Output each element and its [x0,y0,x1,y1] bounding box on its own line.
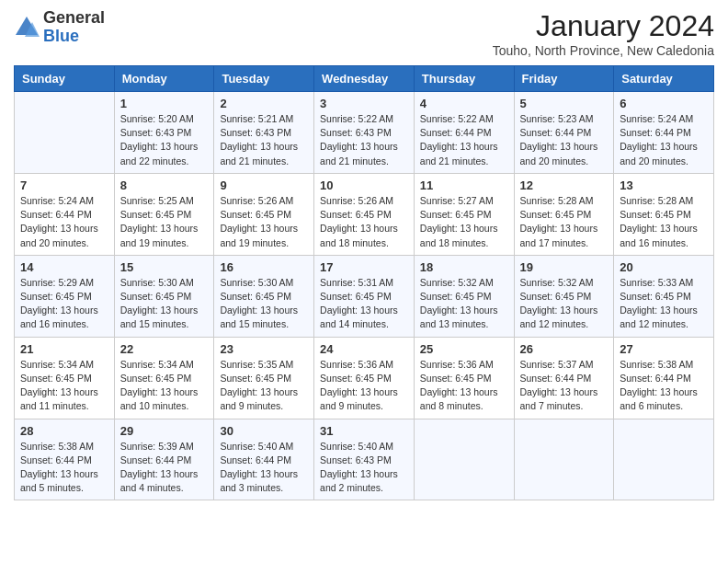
calendar-cell: 21Sunrise: 5:34 AM Sunset: 6:45 PM Dayli… [15,337,115,419]
day-number: 30 [220,424,308,438]
day-info: Sunrise: 5:40 AM Sunset: 6:44 PM Dayligh… [220,440,308,496]
day-info: Sunrise: 5:31 AM Sunset: 6:45 PM Dayligh… [320,276,408,332]
day-info: Sunrise: 5:23 AM Sunset: 6:44 PM Dayligh… [520,112,609,168]
day-number: 12 [520,178,609,192]
calendar-cell: 16Sunrise: 5:30 AM Sunset: 6:45 PM Dayli… [214,255,314,337]
calendar-cell: 22Sunrise: 5:34 AM Sunset: 6:45 PM Dayli… [114,337,214,419]
day-info: Sunrise: 5:33 AM Sunset: 6:45 PM Dayligh… [620,276,708,332]
calendar-cell: 26Sunrise: 5:37 AM Sunset: 6:44 PM Dayli… [514,337,614,419]
calendar-cell: 17Sunrise: 5:31 AM Sunset: 6:45 PM Dayli… [314,255,415,337]
calendar-cell [414,419,514,500]
calendar-week-row: 7Sunrise: 5:24 AM Sunset: 6:44 PM Daylig… [15,173,714,255]
day-info: Sunrise: 5:34 AM Sunset: 6:45 PM Dayligh… [120,358,209,414]
calendar-cell: 18Sunrise: 5:32 AM Sunset: 6:45 PM Dayli… [414,255,514,337]
day-info: Sunrise: 5:22 AM Sunset: 6:43 PM Dayligh… [320,112,408,168]
day-number: 29 [120,424,209,438]
day-number: 6 [620,97,708,110]
day-info: Sunrise: 5:34 AM Sunset: 6:45 PM Dayligh… [20,358,108,414]
logo-text: General Blue [43,9,105,46]
day-info: Sunrise: 5:30 AM Sunset: 6:45 PM Dayligh… [120,276,209,332]
day-info: Sunrise: 5:36 AM Sunset: 6:45 PM Dayligh… [420,358,508,414]
day-number: 16 [220,260,308,274]
month-title: January 2024 [493,9,714,43]
day-info: Sunrise: 5:35 AM Sunset: 6:45 PM Dayligh… [220,358,308,414]
logo: General Blue [14,9,105,46]
day-info: Sunrise: 5:38 AM Sunset: 6:44 PM Dayligh… [620,358,708,414]
day-number: 3 [320,97,408,110]
day-number: 27 [620,342,708,356]
calendar-cell: 8Sunrise: 5:25 AM Sunset: 6:45 PM Daylig… [114,173,214,255]
day-number: 22 [120,342,209,356]
calendar-cell: 19Sunrise: 5:32 AM Sunset: 6:45 PM Dayli… [514,255,614,337]
day-info: Sunrise: 5:24 AM Sunset: 6:44 PM Dayligh… [20,194,108,250]
calendar-cell: 28Sunrise: 5:38 AM Sunset: 6:44 PM Dayli… [15,419,115,500]
calendar-cell: 30Sunrise: 5:40 AM Sunset: 6:44 PM Dayli… [214,419,314,500]
day-info: Sunrise: 5:32 AM Sunset: 6:45 PM Dayligh… [420,276,508,332]
day-number: 10 [320,178,408,192]
day-info: Sunrise: 5:39 AM Sunset: 6:44 PM Dayligh… [120,440,209,496]
weekday-header: Tuesday [214,66,314,92]
logo-blue: Blue [43,28,105,46]
day-info: Sunrise: 5:30 AM Sunset: 6:45 PM Dayligh… [220,276,308,332]
day-info: Sunrise: 5:21 AM Sunset: 6:43 PM Dayligh… [220,112,308,168]
calendar-cell: 7Sunrise: 5:24 AM Sunset: 6:44 PM Daylig… [15,173,115,255]
calendar-cell: 29Sunrise: 5:39 AM Sunset: 6:44 PM Dayli… [114,419,214,500]
day-number: 9 [220,178,308,192]
calendar-cell: 23Sunrise: 5:35 AM Sunset: 6:45 PM Dayli… [214,337,314,419]
day-info: Sunrise: 5:26 AM Sunset: 6:45 PM Dayligh… [220,194,308,250]
day-number: 21 [20,342,108,356]
calendar-cell [15,92,115,174]
day-number: 23 [220,342,308,356]
day-number: 31 [320,424,408,438]
day-number: 14 [20,260,108,274]
day-number: 1 [120,97,209,110]
calendar-cell: 14Sunrise: 5:29 AM Sunset: 6:45 PM Dayli… [15,255,115,337]
day-info: Sunrise: 5:20 AM Sunset: 6:43 PM Dayligh… [120,112,209,168]
day-number: 13 [620,178,708,192]
day-number: 19 [520,260,609,274]
calendar-cell: 2Sunrise: 5:21 AM Sunset: 6:43 PM Daylig… [214,92,314,174]
calendar-cell: 5Sunrise: 5:23 AM Sunset: 6:44 PM Daylig… [514,92,614,174]
calendar-cell: 9Sunrise: 5:26 AM Sunset: 6:45 PM Daylig… [214,173,314,255]
weekday-header: Monday [114,66,214,92]
day-info: Sunrise: 5:28 AM Sunset: 6:45 PM Dayligh… [520,194,609,250]
calendar-week-row: 14Sunrise: 5:29 AM Sunset: 6:45 PM Dayli… [15,255,714,337]
day-info: Sunrise: 5:22 AM Sunset: 6:44 PM Dayligh… [420,112,508,168]
calendar-week-row: 28Sunrise: 5:38 AM Sunset: 6:44 PM Dayli… [15,419,714,500]
day-info: Sunrise: 5:32 AM Sunset: 6:45 PM Dayligh… [520,276,609,332]
calendar-cell: 31Sunrise: 5:40 AM Sunset: 6:43 PM Dayli… [314,419,415,500]
calendar-cell: 25Sunrise: 5:36 AM Sunset: 6:45 PM Dayli… [414,337,514,419]
day-number: 17 [320,260,408,274]
day-info: Sunrise: 5:24 AM Sunset: 6:44 PM Dayligh… [620,112,708,168]
day-number: 26 [520,342,609,356]
day-info: Sunrise: 5:29 AM Sunset: 6:45 PM Dayligh… [20,276,108,332]
weekday-header-row: SundayMondayTuesdayWednesdayThursdayFrid… [15,66,714,92]
day-number: 4 [420,97,508,110]
calendar-cell: 12Sunrise: 5:28 AM Sunset: 6:45 PM Dayli… [514,173,614,255]
day-number: 5 [520,97,609,110]
calendar-week-row: 1Sunrise: 5:20 AM Sunset: 6:43 PM Daylig… [15,92,714,174]
day-number: 11 [420,178,508,192]
day-info: Sunrise: 5:27 AM Sunset: 6:45 PM Dayligh… [420,194,508,250]
day-number: 8 [120,178,209,192]
location-subtitle: Touho, North Province, New Caledonia [493,43,714,58]
day-info: Sunrise: 5:37 AM Sunset: 6:44 PM Dayligh… [520,358,609,414]
logo-icon [14,15,40,40]
calendar-week-row: 21Sunrise: 5:34 AM Sunset: 6:45 PM Dayli… [15,337,714,419]
calendar-cell: 3Sunrise: 5:22 AM Sunset: 6:43 PM Daylig… [314,92,415,174]
day-number: 24 [320,342,408,356]
day-number: 15 [120,260,209,274]
weekday-header: Sunday [15,66,115,92]
weekday-header: Saturday [614,66,714,92]
day-info: Sunrise: 5:40 AM Sunset: 6:43 PM Dayligh… [320,440,408,496]
day-info: Sunrise: 5:38 AM Sunset: 6:44 PM Dayligh… [20,440,108,496]
calendar-cell: 11Sunrise: 5:27 AM Sunset: 6:45 PM Dayli… [414,173,514,255]
calendar-cell: 6Sunrise: 5:24 AM Sunset: 6:44 PM Daylig… [614,92,714,174]
calendar-cell [614,419,714,500]
calendar-cell: 27Sunrise: 5:38 AM Sunset: 6:44 PM Dayli… [614,337,714,419]
calendar-cell: 13Sunrise: 5:28 AM Sunset: 6:45 PM Dayli… [614,173,714,255]
weekday-header: Friday [514,66,614,92]
day-info: Sunrise: 5:36 AM Sunset: 6:45 PM Dayligh… [320,358,408,414]
calendar-cell: 15Sunrise: 5:30 AM Sunset: 6:45 PM Dayli… [114,255,214,337]
day-number: 28 [20,424,108,438]
